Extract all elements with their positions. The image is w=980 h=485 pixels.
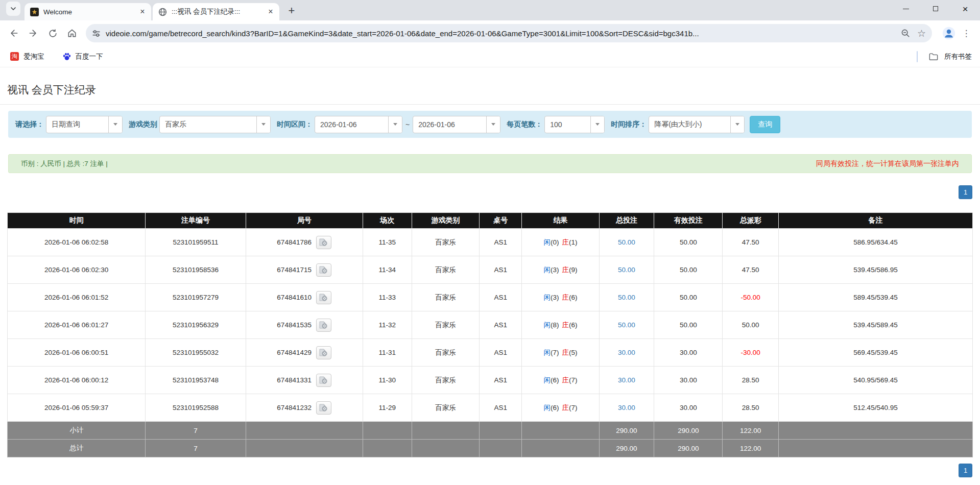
bookmark-taobao[interactable]: 淘 爱淘宝 <box>10 52 44 61</box>
column-header: 局号 <box>246 213 363 229</box>
url-bar[interactable]: videoie.com/game/betrecord_search/kind3?… <box>86 24 932 42</box>
cell-round: 674841535 <box>246 311 363 339</box>
video-replay-button[interactable] <box>316 319 331 332</box>
cell-total-bet[interactable]: 50.00 <box>599 229 654 256</box>
maximize-button[interactable] <box>921 0 950 17</box>
tab-search-button[interactable] <box>6 2 20 16</box>
valid-bet-note: 同局有效投注，统一计算在该局第一张注单内 <box>816 159 959 168</box>
dropdown-arrow-icon[interactable] <box>730 116 744 133</box>
cell-total-bet[interactable]: 30.00 <box>599 339 654 367</box>
result-banker-value: (9) <box>569 266 578 274</box>
bookmark-star-icon[interactable]: ☆ <box>917 29 926 38</box>
cell-game-kind: 百家乐 <box>412 229 479 256</box>
dropdown-arrow-icon[interactable] <box>486 116 500 133</box>
cell-result: 闲(0)庄(1) <box>522 229 599 256</box>
dropdown-arrow-icon[interactable] <box>108 116 122 133</box>
subtotal-payout: 122.00 <box>723 422 779 440</box>
dropdown-arrow-icon[interactable] <box>590 116 604 133</box>
sort-select[interactable]: 降幂(由大到小) <box>649 116 745 133</box>
cell-total-bet[interactable]: 50.00 <box>599 311 654 339</box>
cell-bet-id: 523101959511 <box>146 229 246 256</box>
forward-button[interactable] <box>23 23 43 43</box>
result-player-label: 闲 <box>543 349 551 356</box>
result-banker-value: (1) <box>569 238 578 246</box>
video-replay-button[interactable] <box>316 291 331 304</box>
column-header: 总投注 <box>599 213 654 229</box>
bookmark-label: 百度一下 <box>76 52 103 61</box>
table-row: 2026-01-06 06:01:52523101957279674841610… <box>8 284 973 311</box>
table-row: 2026-01-06 06:01:27523101956329674841535… <box>8 311 973 339</box>
cell-valid-bet: 50.00 <box>654 311 723 339</box>
cell-total-bet[interactable]: 30.00 <box>599 394 654 422</box>
video-replay-button[interactable] <box>316 401 331 415</box>
cell-remark: 512.45/540.95 <box>779 394 973 422</box>
cell-total-bet[interactable]: 50.00 <box>599 256 654 284</box>
video-replay-button[interactable] <box>316 263 331 277</box>
dropdown-arrow-icon[interactable] <box>388 116 402 133</box>
tab-title: Welcome <box>43 8 135 16</box>
minimize-button[interactable] <box>891 0 921 17</box>
browser-menu-button[interactable]: ⋮ <box>960 28 973 39</box>
profile-avatar[interactable] <box>940 25 958 42</box>
cell-round: 674841331 <box>246 367 363 394</box>
column-header: 有效投注 <box>654 213 723 229</box>
cell-valid-bet: 50.00 <box>654 256 723 284</box>
round-number: 674841610 <box>277 293 312 301</box>
result-banker-value: (5) <box>569 349 578 356</box>
page-size-select[interactable]: 100 <box>544 116 605 133</box>
column-header: 注单编号 <box>146 213 246 229</box>
cell-session: 11-30 <box>363 367 412 394</box>
cell-session: 11-33 <box>363 284 412 311</box>
cell-game-kind: 百家乐 <box>412 339 479 367</box>
home-button[interactable] <box>62 23 82 43</box>
cell-payout: 50.00 <box>723 311 779 339</box>
pagination-page-1[interactable]: 1 <box>959 185 972 199</box>
cell-valid-bet: 30.00 <box>654 339 723 367</box>
cell-valid-bet: 30.00 <box>654 367 723 394</box>
back-button[interactable] <box>4 23 23 43</box>
tab-close-icon[interactable]: × <box>138 7 147 16</box>
cell-valid-bet: 30.00 <box>654 394 723 422</box>
pagination-page-1[interactable]: 1 <box>959 464 972 477</box>
query-button[interactable]: 查询 <box>750 116 780 133</box>
query-mode-select[interactable]: 日期查询 <box>46 116 123 133</box>
select-mode-label: 请选择： <box>15 120 44 129</box>
tab-betrecord[interactable]: :::视讯 会员下注纪录::: × <box>153 3 279 20</box>
cell-total-bet[interactable]: 50.00 <box>599 284 654 311</box>
bookmark-label: 爱淘宝 <box>23 52 44 61</box>
all-bookmarks-button[interactable]: 所有书签 <box>944 52 972 61</box>
tab-close-icon[interactable]: × <box>266 7 275 16</box>
cell-result: 闲(6)庄(7) <box>522 367 599 394</box>
round-number: 674841429 <box>277 348 312 356</box>
cell-game-kind: 百家乐 <box>412 394 479 422</box>
result-player-value: (7) <box>551 349 559 356</box>
bookmark-baidu[interactable]: 百度一下 <box>63 52 103 61</box>
column-header: 桌号 <box>480 213 522 229</box>
subtotal-count: 7 <box>146 422 246 440</box>
taobao-icon: 淘 <box>10 52 19 61</box>
cell-total-bet[interactable]: 30.00 <box>599 367 654 394</box>
site-info-button[interactable] <box>92 29 101 38</box>
tab-welcome[interactable]: Welcome × <box>25 3 151 20</box>
url-text[interactable]: videoie.com/game/betrecord_search/kind3?… <box>106 29 896 38</box>
summary-bar: 币别 : 人民币 | 总共 :7 注单 | 同局有效投注，统一计算在该局第一张注… <box>8 154 972 173</box>
video-replay-button[interactable] <box>316 346 331 359</box>
table-row: 2026-01-06 06:02:30523101958536674841715… <box>8 256 973 284</box>
video-replay-button[interactable] <box>316 236 331 249</box>
zoom-out-icon[interactable] <box>901 29 910 38</box>
cell-payout: -30.00 <box>723 339 779 367</box>
game-kind-select[interactable]: 百家乐 <box>159 116 271 133</box>
table-header-row: 时间注单编号局号场次游戏类别桌号结果总投注有效投注总派彩备注 <box>8 213 973 229</box>
video-replay-button[interactable] <box>316 374 331 387</box>
dropdown-arrow-icon[interactable] <box>256 116 270 133</box>
round-number: 674841232 <box>277 403 312 411</box>
reload-button[interactable] <box>43 23 62 43</box>
new-tab-button[interactable]: + <box>284 3 299 18</box>
round-number: 674841786 <box>277 238 312 246</box>
cell-payout: 28.50 <box>723 394 779 422</box>
cell-round: 674841610 <box>246 284 363 311</box>
date-start-select[interactable]: 2026-01-06 <box>315 116 402 133</box>
date-end-select[interactable]: 2026-01-06 <box>413 116 500 133</box>
close-window-button[interactable]: × <box>950 0 980 17</box>
cell-bet-id: 523101956329 <box>146 311 246 339</box>
